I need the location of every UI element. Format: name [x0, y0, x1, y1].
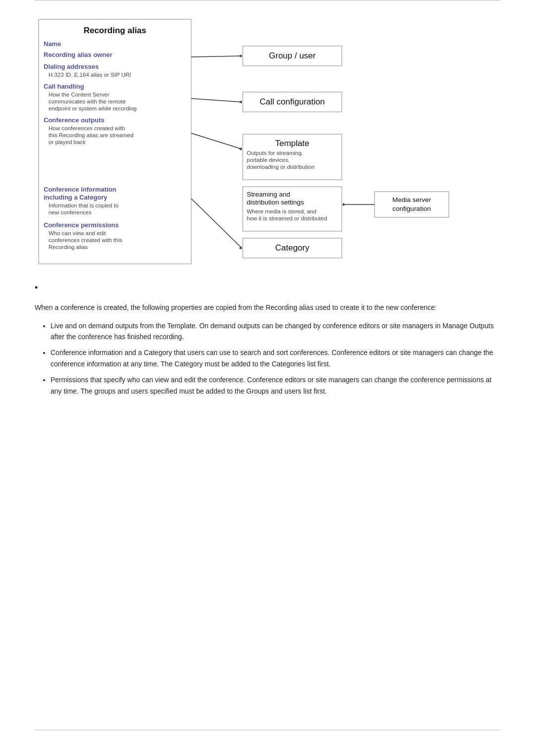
bottom-rule [35, 730, 500, 730]
list-item-1: Live and on demand outputs from the Temp… [51, 320, 500, 343]
label-dialing: Dialing addresses [44, 63, 99, 70]
label-name: Name [44, 40, 61, 48]
sub-ch-3: endpoint or system while recording [49, 105, 137, 111]
box-template-sub-2: portable devices, [247, 157, 290, 163]
box-group-user: Group / user [269, 51, 316, 60]
label-conf-info-1: Conference information [44, 186, 116, 193]
media-server-line1: Media server [392, 196, 431, 203]
box-category: Category [275, 243, 310, 252]
svg-line-2 [191, 56, 242, 57]
svg-marker-3 [239, 54, 242, 57]
box-call-config: Call configuration [260, 97, 324, 106]
diagram-svg: Recording alias Name Recording alias own… [35, 15, 490, 268]
sub-ci-2: new conferences [49, 209, 92, 215]
box-streaming-1: Streaming and [247, 191, 290, 198]
svg-line-8 [191, 133, 242, 149]
sub-ci-1: Information that is copied to [49, 202, 118, 208]
label-conf-info-2: including a Category [44, 194, 107, 201]
top-rule [35, 0, 500, 0]
label-conf-perms: Conference permissions [44, 221, 119, 229]
page-container: Recording alias Name Recording alias own… [0, 0, 535, 756]
box-streaming-sub-2: how it is streamed or distributed [247, 215, 327, 221]
list-item-2: Conference information and a Category th… [51, 347, 500, 369]
label-call-handling: Call handling [44, 83, 84, 90]
sub-cp-1: Who can view and edit [49, 230, 107, 236]
svg-line-5 [191, 99, 242, 102]
box-template-sub-3: downloading or distribution [247, 164, 315, 170]
svg-rect-11 [374, 192, 449, 217]
bullet-dot-1: • [35, 282, 38, 294]
sub-ch-1: How the Content Server [49, 92, 109, 98]
svg-marker-13 [343, 203, 346, 206]
label-ra-owner: Recording alias owner [44, 51, 112, 58]
list-item-3: Permissions that specify who can view an… [51, 374, 500, 397]
box-streaming-2: distribution settings [247, 199, 304, 206]
bullet-intro-container: • [35, 283, 500, 294]
paragraph1: When a conference is created, the follow… [35, 302, 500, 313]
main-bullets: Live and on demand outputs from the Temp… [51, 320, 500, 397]
box-template-title: Template [275, 139, 310, 148]
media-server-line2: configuration [392, 205, 430, 212]
content-area: • When a conference is created, the foll… [35, 283, 500, 397]
sub-cp-3: Recording alias [49, 244, 88, 250]
left-box-title: Recording alias [84, 26, 147, 35]
sub-ch-2: communicates with the remote [49, 99, 126, 104]
sub-co-2: this Recording alias are streamed [49, 132, 133, 138]
sub-cp-2: conferences created with this [49, 237, 122, 243]
box-template-sub-1: Outputs for streaming, [247, 150, 303, 156]
sub-co-1: How conferences created with [49, 125, 125, 131]
box-streaming-sub-1: Where media is stored, and [247, 208, 317, 214]
sub-co-3: or played back [49, 139, 86, 145]
svg-line-15 [191, 199, 242, 248]
svg-marker-6 [239, 101, 242, 103]
label-conf-outputs: Conference outputs [44, 116, 105, 124]
sub-dialing: H.323 ID, E.164 alias or SIP URI [49, 72, 131, 78]
